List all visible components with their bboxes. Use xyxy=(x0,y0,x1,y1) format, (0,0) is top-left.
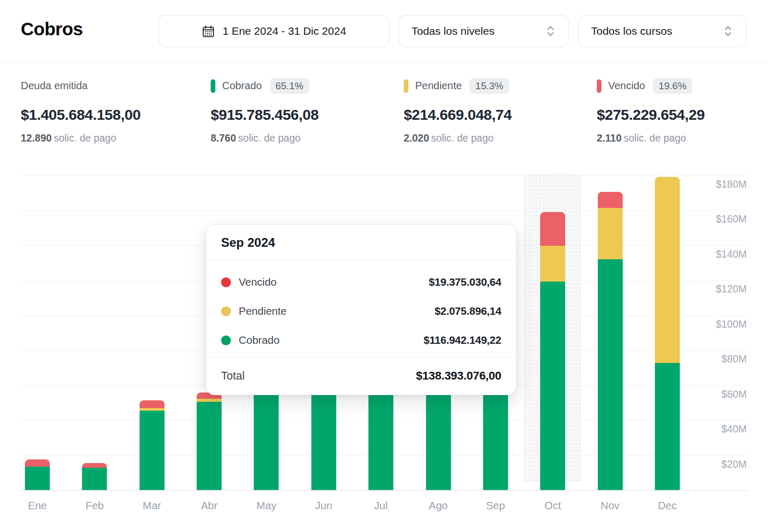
bar-segment-pendiente-abr[interactable] xyxy=(197,399,222,402)
tooltip-row-value: $116.942.149,22 xyxy=(423,334,501,346)
y-axis-tick-label: $60M xyxy=(684,388,747,400)
calendar-icon xyxy=(201,24,215,38)
bar-segment-vencido-nov[interactable] xyxy=(598,192,623,208)
level-filter-value: Todas los niveles xyxy=(412,25,495,37)
tooltip-row-label: Cobrado xyxy=(239,334,280,346)
x-axis-month-label: Jul xyxy=(355,499,407,512)
page-title: Cobros xyxy=(21,19,83,39)
cobrado-dot-icon xyxy=(221,335,231,345)
bar-segment-pendiente-dec[interactable] xyxy=(655,177,680,363)
cobrado-color-pill xyxy=(211,79,215,93)
x-axis-month-label: Dec xyxy=(641,499,693,512)
bar-segment-pendiente-mar[interactable] xyxy=(140,408,164,411)
stat-card-vencido: Vencido 19.6% $275.229.654,29 2.110solic… xyxy=(597,78,768,144)
chart-tooltip: Sep 2024 Vencido $19.375.030,64 Pendient… xyxy=(206,225,516,395)
stat-label: Vencido xyxy=(608,80,645,92)
stat-percent-badge: 65.1% xyxy=(270,78,309,94)
tooltip-row-vencido: Vencido $19.375.030,64 xyxy=(221,268,501,297)
stat-count-suffix: solic. de pago xyxy=(624,132,686,144)
stat-card-cobrado: Cobrado 65.1% $915.785.456,08 8.760solic… xyxy=(211,78,397,144)
bar-segment-vencido-oct[interactable] xyxy=(540,212,565,246)
stat-label: Cobrado xyxy=(222,80,262,92)
stat-card-pendiente: Pendiente 15.3% $214.669.048,74 2.020sol… xyxy=(404,78,591,144)
bar-segment-cobrado-nov[interactable] xyxy=(598,259,623,490)
stat-count-suffix: solic. de pago xyxy=(238,132,300,144)
bar-segment-vencido-ene[interactable] xyxy=(25,459,50,467)
x-axis-month-label: May xyxy=(240,499,292,512)
stat-label: Deuda emitida xyxy=(21,80,88,92)
gridline xyxy=(20,175,747,176)
bar-segment-cobrado-jun[interactable] xyxy=(311,385,336,491)
tooltip-total-label: Total xyxy=(221,370,244,383)
x-axis-month-label: Nov xyxy=(584,499,636,512)
stat-subtext: 8.760solic. de pago xyxy=(211,132,397,144)
stat-count-suffix: solic. de pago xyxy=(54,132,116,144)
stat-count: 8.760 xyxy=(211,132,236,144)
tooltip-row-pendiente: Pendiente $2.075.896,14 xyxy=(221,297,501,326)
tooltip-row-cobrado: Cobrado $116.942.149,22 xyxy=(221,326,501,355)
vencido-dot-icon xyxy=(221,277,231,287)
bar-segment-vencido-feb[interactable] xyxy=(82,463,107,468)
y-axis-tick-label: $40M xyxy=(684,423,747,435)
cobros-dashboard: Cobros 1 Ene 2024 - 31 Dic 2024 To xyxy=(0,0,768,532)
pendiente-color-pill xyxy=(404,79,408,93)
pendiente-dot-icon xyxy=(221,306,231,316)
chevron-up-down-icon xyxy=(723,25,733,37)
bar-segment-cobrado-ago[interactable] xyxy=(426,385,451,491)
y-axis-tick-label: $20M xyxy=(684,458,747,470)
x-axis-month-label: Feb xyxy=(68,499,120,512)
bar-segment-pendiente-nov[interactable] xyxy=(598,208,623,259)
stat-count: 12.890 xyxy=(21,132,52,144)
bar-segment-cobrado-may[interactable] xyxy=(254,385,279,491)
y-axis-tick-label: $140M xyxy=(684,248,747,260)
x-axis-month-label: Sep xyxy=(470,499,522,512)
course-filter-value: Todos los cursos xyxy=(591,25,672,37)
x-axis-month-label: Mar xyxy=(126,499,178,512)
header: Cobros 1 Ene 2024 - 31 Dic 2024 To xyxy=(0,0,768,63)
stat-value: $915.785.456,08 xyxy=(211,106,397,123)
tooltip-title: Sep 2024 xyxy=(207,225,516,261)
x-axis-month-label: Ene xyxy=(11,499,63,512)
tooltip-row-label: Vencido xyxy=(239,276,277,288)
stat-count: 2.110 xyxy=(597,132,622,144)
y-axis-tick-label: $160M xyxy=(684,213,747,225)
bar-segment-cobrado-oct[interactable] xyxy=(540,282,565,490)
vencido-color-pill xyxy=(597,79,601,93)
y-axis-tick-label: $100M xyxy=(684,318,747,330)
bar-segment-vencido-mar[interactable] xyxy=(140,400,164,408)
bar-segment-cobrado-dec[interactable] xyxy=(655,363,680,490)
stat-subtext: 2.020solic. de pago xyxy=(404,132,591,144)
stat-label: Pendiente xyxy=(415,80,462,92)
tooltip-row-value: $2.075.896,14 xyxy=(435,305,502,317)
stat-percent-badge: 15.3% xyxy=(470,78,509,94)
stat-value: $275.229.654,29 xyxy=(597,106,768,123)
bar-segment-cobrado-feb[interactable] xyxy=(82,468,107,490)
date-range-picker[interactable]: 1 Ene 2024 - 31 Dic 2024 xyxy=(158,15,389,47)
tooltip-total-row: Total $138.393.076,00 xyxy=(207,357,516,395)
stat-value: $1.405.684.158,00 xyxy=(21,106,208,123)
x-axis-month-label: Oct xyxy=(527,499,579,512)
chevron-up-down-icon xyxy=(545,25,556,37)
x-axis-month-label: Abr xyxy=(183,499,235,512)
x-axis-line xyxy=(20,490,747,491)
tooltip-row-label: Pendiente xyxy=(239,305,286,317)
stat-card-deuda-emitida: Deuda emitida $1.405.684.158,00 12.890so… xyxy=(21,78,208,144)
gridline xyxy=(20,210,747,211)
bar-segment-cobrado-jul[interactable] xyxy=(368,385,393,491)
bar-segment-cobrado-mar[interactable] xyxy=(140,411,164,490)
y-axis-tick-label: $120M xyxy=(684,283,747,295)
tooltip-total-value: $138.393.076,00 xyxy=(416,369,501,383)
x-axis-month-label: Ago xyxy=(413,499,464,512)
x-axis-month-label: Jun xyxy=(298,499,350,512)
bar-segment-pendiente-oct[interactable] xyxy=(540,246,565,282)
level-filter-select[interactable]: Todas los niveles xyxy=(399,15,569,47)
stat-count: 2.020 xyxy=(404,132,429,144)
stat-percent-badge: 19.6% xyxy=(653,78,692,94)
course-filter-select[interactable]: Todos los cursos xyxy=(578,15,746,47)
tooltip-row-value: $19.375.030,64 xyxy=(429,276,501,288)
date-range-label: 1 Ene 2024 - 31 Dic 2024 xyxy=(223,25,346,37)
bar-segment-cobrado-ene[interactable] xyxy=(25,467,50,490)
stat-subtext: 2.110solic. de pago xyxy=(597,132,768,144)
bar-segment-cobrado-abr[interactable] xyxy=(197,402,222,490)
y-axis-tick-label: $80M xyxy=(684,353,747,365)
